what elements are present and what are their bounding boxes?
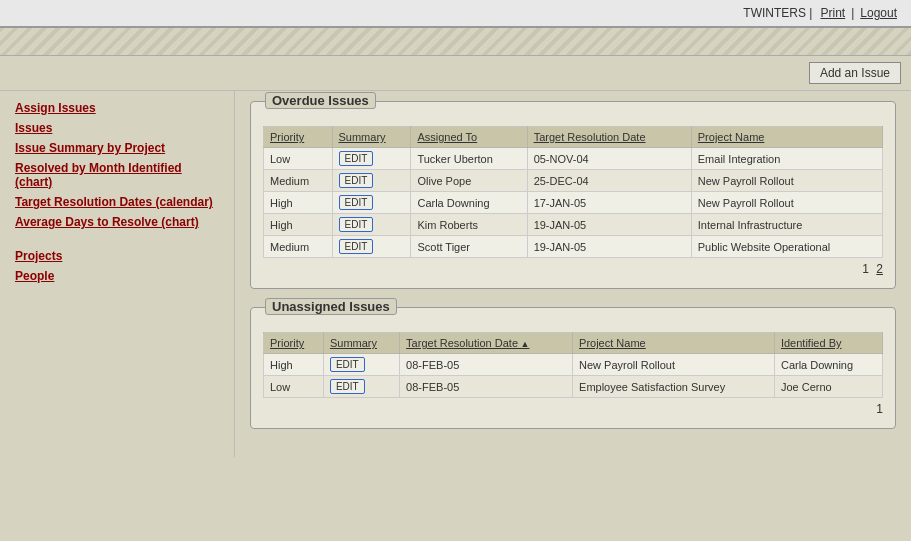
unassigned-identified-1: Joe Cerno [774,376,882,398]
stripe-bar [0,28,911,56]
overdue-date-2: 17-JAN-05 [527,192,691,214]
overdue-assigned-4: Scott Tiger [411,236,527,258]
sidebar-item-assign-issues[interactable]: Assign Issues [15,101,219,115]
overdue-summary-4: EDIT [332,236,411,258]
overdue-project-1: New Payroll Rollout [691,170,882,192]
app-container: TWINTERS | Print | Logout Add an Issue A… [0,0,911,457]
table-row: High EDIT Carla Downing 17-JAN-05 New Pa… [264,192,883,214]
table-row: High EDIT Kim Roberts 19-JAN-05 Internal… [264,214,883,236]
overdue-date-4: 19-JAN-05 [527,236,691,258]
overdue-assigned-3: Kim Roberts [411,214,527,236]
add-issue-button[interactable]: Add an Issue [809,62,901,84]
overdue-priority-3: High [264,214,333,236]
overdue-issues-table: Priority Summary Assigned To Target Reso… [263,126,883,258]
overdue-priority-0: Low [264,148,333,170]
table-row: Low EDIT Tucker Uberton 05-NOV-04 Email … [264,148,883,170]
overdue-date-1: 25-DEC-04 [527,170,691,192]
unassigned-col-summary[interactable]: Summary [323,333,399,354]
overdue-summary-0: EDIT [332,148,411,170]
overdue-assigned-2: Carla Downing [411,192,527,214]
sidebar-item-issue-summary[interactable]: Issue Summary by Project [15,141,219,155]
print-link[interactable]: Print [820,6,845,20]
unassigned-col-project[interactable]: Project Name [573,333,775,354]
unassigned-date-0: 08-FEB-05 [400,354,573,376]
overdue-edit-btn-4[interactable]: EDIT [339,239,374,254]
overdue-page-2[interactable]: 2 [876,262,883,276]
overdue-edit-btn-1[interactable]: EDIT [339,173,374,188]
overdue-summary-2: EDIT [332,192,411,214]
unassigned-priority-0: High [264,354,324,376]
sidebar-item-target-resolution[interactable]: Target Resolution Dates (calendar) [15,195,219,209]
overdue-project-2: New Payroll Rollout [691,192,882,214]
unassigned-issues-table: Priority Summary Target Resolution Date … [263,332,883,398]
unassigned-col-identified-by[interactable]: Identified By [774,333,882,354]
overdue-summary-1: EDIT [332,170,411,192]
overdue-priority-4: Medium [264,236,333,258]
overdue-edit-btn-3[interactable]: EDIT [339,217,374,232]
overdue-date-0: 05-NOV-04 [527,148,691,170]
content-row: Assign Issues Issues Issue Summary by Pr… [0,91,911,457]
username: TWINTERS | [743,6,812,20]
table-row: Low EDIT 08-FEB-05 Employee Satisfaction… [264,376,883,398]
logout-link[interactable]: Logout [860,6,897,20]
unassigned-priority-1: Low [264,376,324,398]
action-bar: Add an Issue [0,56,911,91]
overdue-col-target-date[interactable]: Target Resolution Date [527,127,691,148]
overdue-col-summary[interactable]: Summary [332,127,411,148]
overdue-project-0: Email Integration [691,148,882,170]
overdue-col-priority[interactable]: Priority [264,127,333,148]
overdue-edit-btn-0[interactable]: EDIT [339,151,374,166]
overdue-project-4: Public Website Operational [691,236,882,258]
overdue-col-project[interactable]: Project Name [691,127,882,148]
unassigned-date-1: 08-FEB-05 [400,376,573,398]
unassigned-pagination: 1 [263,402,883,416]
table-row: Medium EDIT Olive Pope 25-DEC-04 New Pay… [264,170,883,192]
overdue-project-3: Internal Infrastructure [691,214,882,236]
unassigned-project-1: Employee Satisfaction Survey [573,376,775,398]
separator: | [851,6,854,20]
overdue-edit-btn-2[interactable]: EDIT [339,195,374,210]
table-row: High EDIT 08-FEB-05 New Payroll Rollout … [264,354,883,376]
unassigned-col-target-date[interactable]: Target Resolution Date [400,333,573,354]
sidebar-item-projects[interactable]: Projects [15,249,219,263]
unassigned-issues-section: Unassigned Issues Priority Summary Targe… [250,307,896,429]
unassigned-edit-btn-0[interactable]: EDIT [330,357,365,372]
unassigned-issues-title: Unassigned Issues [265,298,397,315]
overdue-pagination: 1 2 [263,262,883,276]
top-bar: TWINTERS | Print | Logout [0,0,911,28]
sidebar-separator [15,235,219,249]
unassigned-project-0: New Payroll Rollout [573,354,775,376]
main-content: Overdue Issues Priority Summary Assigned… [235,91,911,457]
sidebar-item-resolved-by-month[interactable]: Resolved by Month Identified (chart) [15,161,219,189]
overdue-date-3: 19-JAN-05 [527,214,691,236]
sidebar-item-issues[interactable]: Issues [15,121,219,135]
unassigned-summary-0: EDIT [323,354,399,376]
unassigned-identified-0: Carla Downing [774,354,882,376]
sidebar: Assign Issues Issues Issue Summary by Pr… [0,91,235,457]
overdue-priority-1: Medium [264,170,333,192]
overdue-col-assigned-to[interactable]: Assigned To [411,127,527,148]
overdue-assigned-0: Tucker Uberton [411,148,527,170]
unassigned-summary-1: EDIT [323,376,399,398]
sidebar-item-people[interactable]: People [15,269,219,283]
overdue-summary-3: EDIT [332,214,411,236]
table-row: Medium EDIT Scott Tiger 19-JAN-05 Public… [264,236,883,258]
unassigned-col-priority[interactable]: Priority [264,333,324,354]
overdue-issues-title: Overdue Issues [265,92,376,109]
sidebar-item-avg-days[interactable]: Average Days to Resolve (chart) [15,215,219,229]
overdue-assigned-1: Olive Pope [411,170,527,192]
overdue-issues-section: Overdue Issues Priority Summary Assigned… [250,101,896,289]
unassigned-edit-btn-1[interactable]: EDIT [330,379,365,394]
overdue-priority-2: High [264,192,333,214]
